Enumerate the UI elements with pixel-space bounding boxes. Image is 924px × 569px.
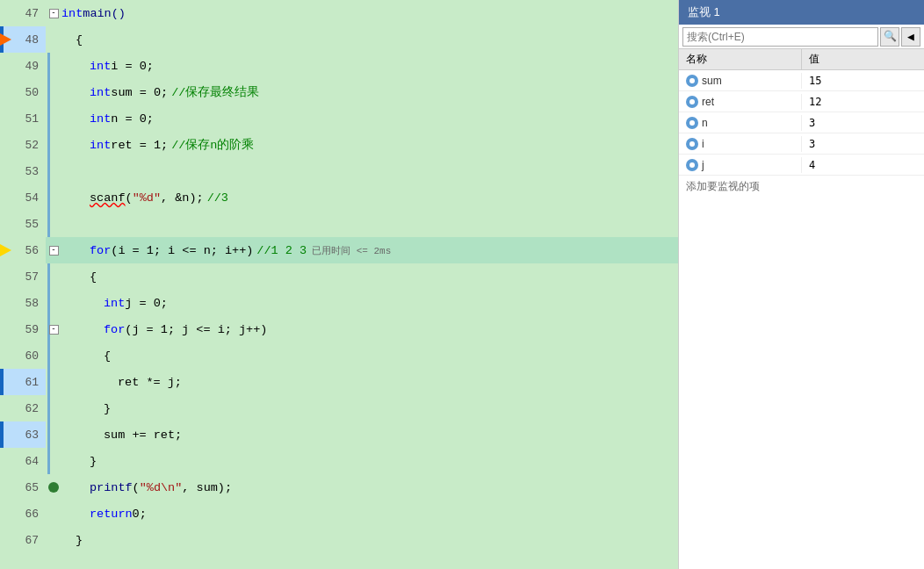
code-content: int i = 0; [61, 53, 678, 79]
line-number: 59 [0, 316, 46, 342]
code-content [61, 211, 678, 237]
watch-search-button[interactable]: 🔍 [880, 27, 899, 47]
variable-icon [686, 117, 698, 129]
variable-value: 15 [802, 73, 924, 89]
gutter [46, 448, 61, 474]
code-row: 55 [0, 211, 678, 237]
scope-indicator [47, 290, 50, 316]
code-row: 53 [0, 158, 678, 184]
gutter: - [46, 316, 61, 342]
gutter [46, 79, 61, 105]
watch-title-text: 监视 1 [688, 4, 720, 20]
watch-back-button[interactable]: ◀ [901, 27, 920, 47]
gutter [46, 369, 61, 395]
watch-col-value: 值 [802, 49, 924, 69]
variable-value: 3 [802, 115, 924, 131]
line-number: 67 [0, 527, 46, 553]
code-row: 67} [0, 527, 678, 553]
code-content: { [61, 342, 678, 369]
variable-icon [686, 75, 698, 87]
gutter [46, 263, 61, 290]
scope-indicator [47, 53, 50, 79]
code-content: int sum = 0;//保存最终结果 [61, 79, 678, 105]
code-content: int n = 0; [61, 105, 678, 132]
watch-row[interactable]: sum15 [679, 70, 924, 91]
watch-row[interactable]: ret12 [679, 91, 924, 112]
line-number: 65 [0, 474, 46, 501]
code-content: scanf("%d", &n);//3 [61, 184, 678, 211]
line-number: 52 [0, 132, 46, 158]
gutter [46, 53, 61, 79]
line-number: 58 [0, 290, 46, 316]
watch-col-name: 名称 [679, 49, 802, 69]
line-number: 49 [0, 53, 46, 79]
gutter: - [46, 237, 61, 263]
watch-table: 名称 值 sum15ret12n3i3j4 添加要监视的项 [679, 49, 924, 569]
code-row: 66return 0; [0, 501, 678, 527]
scope-indicator [47, 184, 50, 211]
code-row: 60{ [0, 342, 678, 369]
code-editor: 47-int main()48{49int i = 0;50int sum = … [0, 0, 678, 569]
code-content: sum += ret; [61, 421, 678, 448]
variable-icon [686, 96, 698, 108]
variable-name-text: n [702, 117, 708, 129]
code-row: 58int j = 0; [0, 290, 678, 316]
scope-indicator [47, 158, 50, 184]
gutter [46, 211, 61, 237]
debug-arrow [0, 33, 11, 46]
scope-indicator [47, 105, 50, 132]
code-content: for (j = 1; j <= i; j++) [61, 316, 678, 342]
collapse-button[interactable]: - [49, 246, 59, 256]
variable-icon [686, 159, 698, 171]
line-number: 60 [0, 342, 46, 369]
gutter [46, 26, 61, 53]
gutter [46, 184, 61, 211]
line-number: 57 [0, 263, 46, 290]
code-lines: 47-int main()48{49int i = 0;50int sum = … [0, 0, 678, 569]
gutter [46, 395, 61, 421]
line-number: 66 [0, 501, 46, 527]
gutter [46, 421, 61, 448]
code-row: 65printf("%d\n", sum); [0, 474, 678, 501]
gutter [46, 132, 61, 158]
code-row: 48{ [0, 26, 678, 53]
watch-variable-name: n [679, 115, 802, 131]
code-content: return 0; [61, 501, 678, 527]
code-row: 56-for (i = 1; i <= n; i++)//1 2 3已用时间 <… [0, 237, 678, 263]
watch-rows: sum15ret12n3i3j4 [679, 70, 924, 176]
variable-value: 4 [802, 157, 924, 173]
code-row: 50int sum = 0;//保存最终结果 [0, 79, 678, 105]
watch-search-bar: 🔍 ◀ [679, 25, 924, 49]
watch-search-input[interactable] [682, 27, 878, 47]
breakpoint-dot [48, 482, 59, 493]
collapse-button[interactable]: - [49, 9, 59, 18]
code-row: 57{ [0, 263, 678, 290]
variable-value: 12 [802, 94, 924, 110]
line-number: 53 [0, 158, 46, 184]
add-watch-label[interactable]: 添加要监视的项 [679, 176, 924, 198]
line-number: 47 [0, 0, 46, 26]
gutter [46, 105, 61, 132]
gutter [46, 474, 61, 501]
watch-variable-name: sum [679, 73, 802, 89]
code-row: 62} [0, 395, 678, 421]
scope-indicator [47, 79, 50, 105]
collapse-button[interactable]: - [49, 325, 59, 335]
scope-indicator [47, 395, 50, 421]
code-content: } [61, 448, 678, 474]
code-row: 61ret *= j; [0, 369, 678, 395]
watch-panel: 监视 1 🔍 ◀ 名称 值 sum15ret12n3i3j4 添加要监视的项 [678, 0, 924, 569]
line-number: 55 [0, 211, 46, 237]
line-number: 50 [0, 79, 46, 105]
code-content: ret *= j; [61, 369, 678, 395]
watch-row[interactable]: n3 [679, 112, 924, 133]
watch-row[interactable]: i3 [679, 133, 924, 155]
code-row: 54scanf("%d", &n);//3 [0, 184, 678, 211]
code-content: { [61, 26, 678, 53]
variable-name-text: sum [702, 75, 722, 87]
watch-row[interactable]: j4 [679, 155, 924, 176]
line-number: 64 [0, 448, 46, 474]
code-row: 63sum += ret; [0, 421, 678, 448]
code-row: 64} [0, 448, 678, 474]
gutter [46, 158, 61, 184]
